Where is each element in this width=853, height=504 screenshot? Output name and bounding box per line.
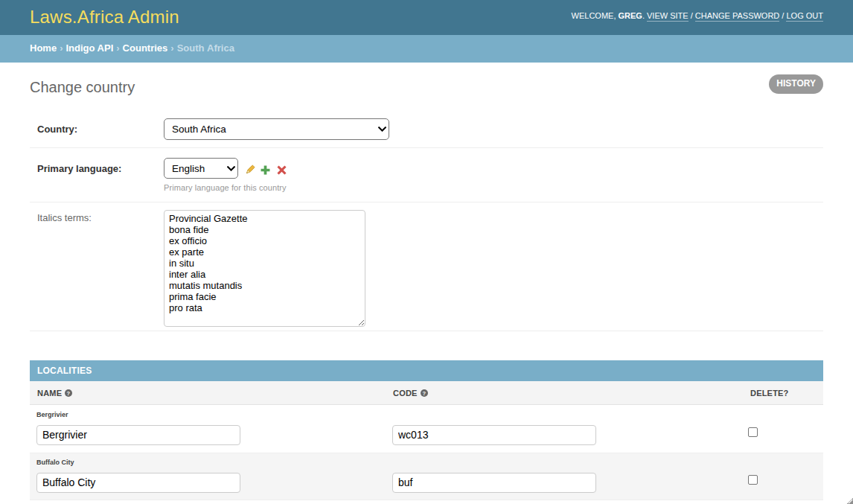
svg-text:?: ? bbox=[422, 389, 426, 396]
svg-text:?: ? bbox=[67, 389, 71, 396]
